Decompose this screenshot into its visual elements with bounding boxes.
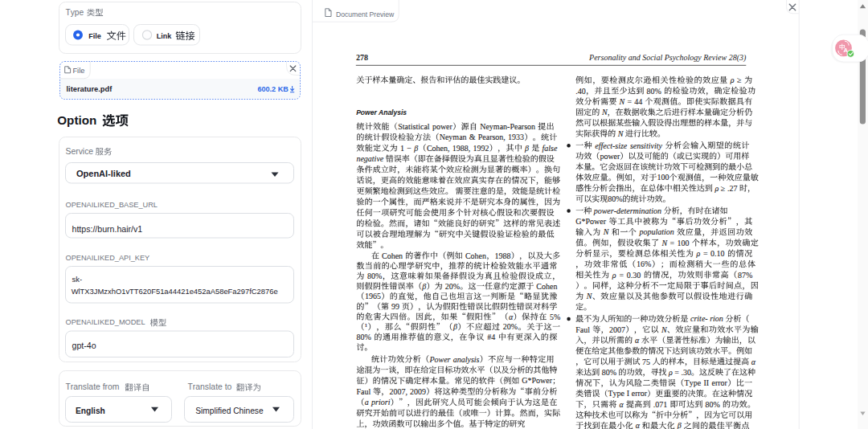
svg-text:.071: .071 [653, 400, 668, 409]
svg-text:gpt-4o: gpt-4o [72, 341, 96, 350]
svg-text:rion: rion [710, 314, 723, 323]
svg-text:Type: Type [608, 389, 625, 398]
svg-text:Cohen: Cohen [382, 251, 403, 260]
svg-text:a: a [365, 398, 369, 407]
svg-text:N: N [619, 97, 626, 106]
svg-text:2007,: 2007, [390, 387, 408, 396]
svg-text:N: N [586, 292, 593, 300]
svg-text:=: = [627, 97, 632, 106]
svg-text:effect-size: effect-size [595, 141, 628, 150]
svg-text:ρ: ρ [696, 249, 701, 258]
svg-text:α: α [751, 358, 756, 366]
svg-text:sensitivity: sensitivity [630, 141, 663, 150]
svg-text:≥: ≥ [721, 184, 726, 193]
svg-text:I: I [627, 389, 629, 398]
svg-text:Simplified Chinese: Simplified Chinese [195, 407, 264, 415]
svg-text:Personality and Social Psychol: Personality and Social Psychology Review… [588, 53, 747, 63]
svg-text:2007: 2007 [609, 325, 625, 334]
svg-text:error: error [712, 378, 728, 387]
svg-text:80%: 80% [367, 272, 382, 280]
svg-text:1: 1 [400, 144, 404, 153]
svg-text:false: false [542, 144, 558, 153]
svg-text:power: power [432, 122, 453, 131]
svg-text:Service: Service [66, 147, 94, 156]
svg-text:1933: 1933 [508, 133, 524, 141]
svg-text:OPENAILIKED_MODEL: OPENAILIKED_MODEL [66, 318, 145, 326]
svg-text:analysis: analysis [453, 355, 480, 364]
svg-text:87%: 87% [738, 271, 752, 280]
svg-text:.40: .40 [575, 87, 586, 96]
svg-text:α: α [620, 400, 624, 409]
svg-text:=: = [619, 271, 624, 280]
svg-text:1988,: 1988, [452, 144, 471, 153]
svg-text:.27: .27 [727, 184, 738, 193]
svg-text:N: N [661, 239, 668, 247]
svg-text:1988: 1988 [495, 251, 511, 260]
svg-text:β: β [421, 282, 426, 291]
svg-text:Faul: Faul [575, 325, 590, 334]
svg-text:error: error [632, 389, 648, 398]
svg-text:File: File [73, 67, 85, 75]
svg-text:ρ: ρ [714, 184, 719, 193]
svg-text:.30: .30 [682, 368, 692, 377]
svg-text:Statistical: Statistical [398, 122, 430, 131]
svg-text:Link: Link [157, 32, 172, 40]
svg-text:100: 100 [677, 239, 689, 247]
svg-text:Power Analysis: Power Analysis [356, 108, 407, 116]
svg-text:Faul: Faul [356, 387, 371, 396]
svg-text:G*Power: G*Power [575, 217, 606, 226]
svg-text:¹: ¹ [365, 322, 367, 331]
svg-text:80%: 80% [356, 333, 371, 341]
svg-text:G*Power: G*Power [522, 376, 552, 385]
svg-text:ρ: ρ [612, 271, 616, 280]
svg-text:20%: 20% [503, 322, 518, 331]
svg-text:Type: Type [685, 378, 702, 387]
svg-text:β: β [524, 144, 529, 153]
svg-text:=: = [669, 239, 674, 247]
svg-text:α: α [509, 313, 514, 321]
svg-text:278: 278 [356, 53, 368, 62]
svg-text:Document Preview: Document Preview [336, 10, 395, 18]
svg-text:N: N [601, 108, 608, 116]
svg-text:N: N [661, 325, 668, 334]
svg-text:600.2 KB: 600.2 KB [257, 85, 289, 93]
svg-text:priori: priori [371, 398, 391, 407]
svg-text:=: = [674, 368, 679, 377]
svg-text:1992: 1992 [473, 144, 489, 153]
svg-text:Cohen: Cohen [465, 251, 486, 260]
svg-text:crite-: crite- [690, 314, 708, 323]
svg-text:Neyman-Pearson: Neyman-Pearson [480, 122, 535, 131]
svg-text:English: English [76, 407, 105, 415]
svg-text:OPENAILIKED_API_KEY: OPENAILIKED_API_KEY [66, 254, 150, 262]
svg-text:β: β [452, 322, 457, 331]
svg-text:=: = [703, 249, 708, 258]
svg-text:2009: 2009 [410, 387, 426, 396]
svg-text:44: 44 [634, 97, 642, 106]
svg-text:β: β [413, 144, 418, 153]
svg-text:negative: negative [356, 154, 383, 163]
svg-text:https://burn.hair/v1: https://burn.hair/v1 [72, 224, 143, 234]
svg-text:N: N [617, 129, 624, 138]
svg-text:ρ: ρ [668, 368, 673, 377]
svg-text:Type: Type [66, 8, 84, 17]
svg-text:sk-: sk- [72, 275, 83, 284]
svg-text:5%: 5% [550, 313, 560, 321]
svg-text:Option: Option [57, 113, 96, 127]
svg-text:power-determination: power-determination [593, 206, 661, 215]
svg-text:β: β [677, 421, 682, 429]
svg-text:OpenAI-liked: OpenAI-liked [76, 169, 131, 178]
svg-text:80%: 80% [706, 400, 720, 409]
svg-text:Cohen,: Cohen, [427, 144, 450, 153]
svg-text:#4: #4 [487, 333, 495, 341]
svg-text:Translate to: Translate to [188, 382, 232, 391]
svg-text:Cohen: Cohen [536, 282, 557, 291]
svg-text:literature.pdf: literature.pdf [67, 85, 113, 93]
svg-text:80%: 80% [647, 87, 661, 96]
svg-text:&: & [469, 133, 476, 141]
svg-text:100: 100 [657, 173, 669, 182]
svg-text:N: N [603, 227, 610, 236]
svg-text:population: population [638, 227, 674, 236]
svg-text:80%: 80% [602, 368, 616, 377]
svg-text:16%: 16% [637, 259, 651, 268]
svg-text:α: α [636, 421, 641, 429]
